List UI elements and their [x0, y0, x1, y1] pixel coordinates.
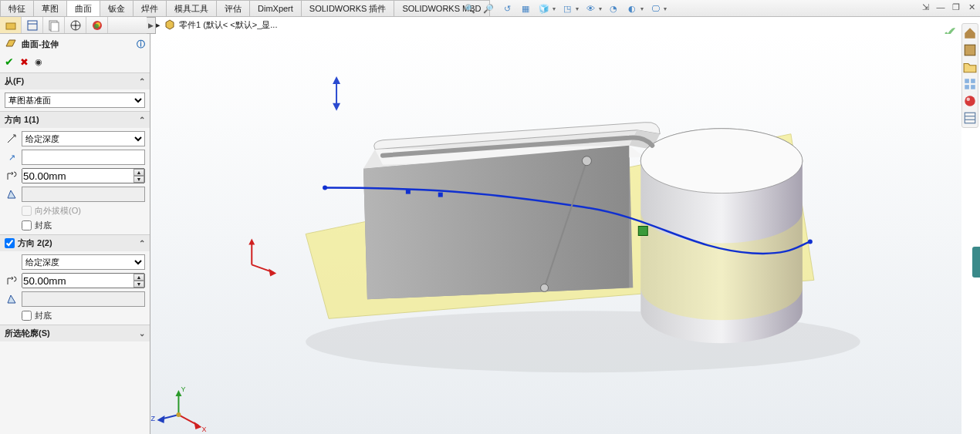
display-manager-tab[interactable] — [86, 17, 108, 33]
feature-tree-flyout[interactable]: ▸ 零件1 (默认< <默认>_显... — [156, 19, 277, 31]
svg-point-34 — [808, 239, 813, 244]
tab-sheetmetal[interactable]: 钣金 — [100, 0, 133, 16]
svg-rect-31 — [406, 190, 411, 194]
chevron-down-icon[interactable]: ▾ — [576, 5, 579, 12]
svg-rect-1 — [965, 79, 969, 83]
chevron-down-icon[interactable]: ▾ — [640, 5, 644, 12]
section-contours-header[interactable]: 所选轮廓(S) ⌄ — [0, 325, 150, 341]
tab-weldments[interactable]: 焊件 — [133, 0, 167, 16]
property-manager-tab[interactable] — [22, 17, 43, 33]
svg-point-33 — [323, 186, 327, 190]
svg-text:Y: Y — [181, 385, 185, 393]
tab-dimxpert[interactable]: DimXpert — [249, 0, 302, 16]
link-views-icon[interactable]: ⇲ — [920, 2, 931, 12]
view-settings-icon[interactable]: 🖵 — [648, 2, 662, 15]
dir1-draft-angle — [22, 187, 145, 202]
dimxpert-manager-tab[interactable] — [65, 17, 86, 33]
sketch-origin-icon — [248, 238, 276, 276]
draft-icon[interactable] — [5, 187, 19, 201]
chevron-down-icon[interactable]: ▾ — [599, 5, 602, 12]
section-from-header[interactable]: 从(F) ⌃ — [0, 73, 150, 89]
close-doc-icon[interactable]: ✕ — [966, 2, 977, 12]
ok-button[interactable]: ✔ — [5, 56, 14, 68]
home-icon[interactable] — [963, 26, 977, 40]
svg-point-5 — [965, 96, 975, 106]
expand-icon[interactable]: ⌄ — [139, 329, 145, 338]
graphics-viewport[interactable]: Y X Z — [150, 34, 961, 434]
svg-marker-50 — [194, 422, 201, 429]
tab-moldtools[interactable]: 模具工具 — [166, 0, 217, 16]
reverse-direction-icon[interactable] — [5, 132, 19, 146]
dir2-depth-input[interactable] — [22, 273, 145, 288]
feature-manager-tab[interactable] — [0, 17, 22, 33]
apply-scene-icon[interactable]: ◐ — [625, 2, 639, 15]
svg-rect-2 — [971, 79, 975, 83]
collapse-icon[interactable]: ⌃ — [139, 77, 145, 86]
svg-rect-10 — [6, 23, 15, 29]
direction-arrow — [333, 76, 340, 111]
depth-icon — [5, 169, 19, 183]
appearances-icon[interactable] — [963, 94, 977, 108]
tab-surfaces[interactable]: 曲面 — [66, 0, 100, 16]
svg-rect-11 — [28, 21, 37, 30]
task-pane-tabs — [961, 23, 978, 128]
section-dir1-header[interactable]: 方向 1(1) ⌃ — [0, 112, 150, 128]
collapse-icon[interactable]: ⌃ — [139, 239, 145, 247]
file-explorer-icon[interactable] — [963, 60, 977, 74]
dir1-cap-checkbox[interactable] — [22, 220, 32, 230]
zoom-fit-icon[interactable]: 🔍 — [463, 2, 477, 15]
svg-point-36 — [582, 156, 591, 166]
svg-text:Z: Z — [151, 415, 156, 422]
dir2-depth-spinner[interactable]: ▲▼ — [133, 274, 144, 288]
svg-point-37 — [541, 284, 549, 291]
section-dir2-header[interactable]: 方向 2(2) ⌃ — [0, 235, 150, 251]
property-manager-panel: 曲面-拉伸 ⓘ ✔ ✖ ◉ 从(F) ⌃ 草图基准面 方向 1(1) ⌃ 给定深… — [0, 17, 150, 434]
dir1-depth-spinner[interactable]: ▲▼ — [133, 169, 144, 183]
dir1-end-condition[interactable]: 给定深度 — [22, 131, 145, 146]
from-start-condition[interactable]: 草图基准面 — [5, 93, 145, 108]
previous-view-icon[interactable]: ↺ — [500, 2, 514, 15]
custom-properties-icon[interactable] — [963, 111, 977, 125]
detailed-preview-icon[interactable]: ◉ — [35, 57, 42, 67]
dir2-cap-checkbox[interactable] — [22, 311, 32, 321]
display-style-icon[interactable]: ◳ — [560, 2, 574, 15]
dir1-cap-end[interactable]: 封底 — [5, 220, 145, 231]
zoom-area-icon[interactable]: 🔎 — [482, 2, 495, 15]
expand-tree-icon[interactable]: ▸ — [156, 20, 161, 30]
pm-title-row: 曲面-拉伸 ⓘ — [0, 34, 150, 54]
view-palette-icon[interactable] — [963, 77, 977, 91]
right-slide-tab[interactable] — [972, 247, 980, 278]
dir2-cap-end[interactable]: 封底 — [5, 310, 145, 321]
panel-flyout-handle[interactable]: ▶ — [147, 17, 156, 34]
heads-up-view-toolbar: 🔍 🔎 ↺ ▦ 🧊▾ ◳▾ 👁▾ ◔ ◐▾ 🖵▾ — [463, 2, 667, 15]
view-orientation-icon[interactable]: 🧊 — [537, 2, 551, 15]
part-name[interactable]: 零件1 (默认< <默认>_显... — [179, 19, 277, 31]
minimize-doc-icon[interactable]: — — [935, 2, 946, 12]
section-view-icon[interactable]: ▦ — [519, 2, 532, 15]
configuration-manager-tab[interactable] — [43, 17, 65, 33]
help-icon[interactable]: ⓘ — [137, 39, 145, 50]
dir1-direction-selection[interactable] — [22, 150, 145, 165]
tab-addins[interactable]: SOLIDWORKS 插件 — [301, 0, 395, 16]
part-icon — [164, 19, 176, 31]
draft-icon[interactable] — [5, 292, 19, 306]
svg-rect-32 — [438, 193, 443, 197]
chevron-down-icon[interactable]: ▾ — [664, 5, 667, 12]
tab-features[interactable]: 特征 — [0, 0, 34, 16]
section-selected-contours: 所选轮廓(S) ⌄ — [0, 325, 150, 341]
tab-sketch[interactable]: 草图 — [33, 0, 67, 16]
dir2-end-condition[interactable]: 给定深度 — [22, 254, 145, 270]
dir2-enable-checkbox[interactable] — [5, 238, 15, 248]
svg-point-21 — [94, 24, 99, 29]
edit-appearance-icon[interactable]: ◔ — [607, 2, 620, 15]
hide-show-icon[interactable]: 👁 — [583, 2, 597, 15]
collapse-icon[interactable]: ⌃ — [139, 116, 145, 124]
design-library-icon[interactable] — [963, 43, 977, 57]
tab-evaluate[interactable]: 评估 — [216, 0, 250, 16]
cancel-button[interactable]: ✖ — [20, 56, 29, 68]
restore-doc-icon[interactable]: ❐ — [951, 2, 961, 12]
dir1-draft-outward[interactable]: 向外拔模(O) — [5, 205, 145, 217]
dir1-depth-input[interactable] — [22, 168, 145, 183]
direction-vector-icon[interactable]: ↗ — [5, 150, 19, 164]
chevron-down-icon[interactable]: ▾ — [553, 5, 556, 12]
